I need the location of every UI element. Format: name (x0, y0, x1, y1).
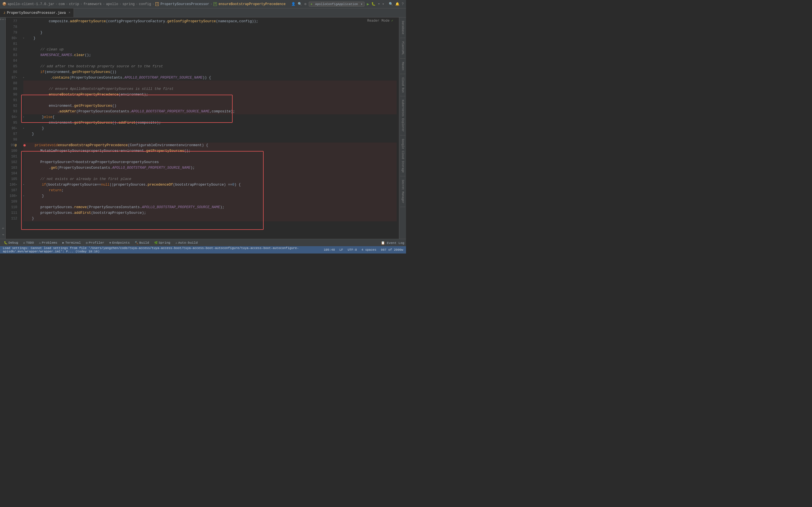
breadcrumb-spring[interactable]: spring (122, 2, 135, 6)
line-number-85: 85 (7, 64, 19, 69)
favorites-icon[interactable]: F (1, 232, 4, 237)
sidebar-tab-cloud-run[interactable]: Cloud Run (400, 74, 405, 96)
code-line-111: propertySources.addFirst(bootstrapProper… (23, 210, 397, 216)
debug-label: Debug (8, 241, 18, 244)
code-lines: composite.addPropertySource(configProper… (21, 18, 399, 239)
editor-area: Reader Mode ✓ 77787980 ▾81828384858687 ▾… (6, 17, 399, 239)
breadcrumb-ctrip[interactable]: ctrip (69, 2, 79, 6)
help-icon[interactable]: ? (402, 2, 404, 6)
problems-label: Problems (42, 241, 57, 244)
breadcrumb-class[interactable]: I PropertySourcesProcessor (155, 2, 209, 6)
build-icon: 🔨 (135, 241, 138, 244)
method-icon: M (213, 2, 217, 6)
breadcrumb-com[interactable]: com (59, 2, 65, 6)
code-line-87: ▾ .contains(PropertySourcesConstants.APO… (23, 75, 397, 80)
sidebar-tab-plantuml[interactable]: PlantUML (400, 38, 405, 59)
line-number-87: 87 ▾ (7, 75, 19, 80)
line-number-78: 78 (7, 24, 19, 30)
code-line-103: .get(PropertySourcesConstants.APOLLO_BOO… (23, 165, 397, 171)
notifications-icon[interactable]: 🔔 (395, 2, 400, 6)
sidebar-tab-database[interactable]: Database (400, 17, 405, 38)
line-number-86: 86 (7, 69, 19, 75)
line-number-95: 95 (7, 120, 19, 126)
sidebar-tab-gcs[interactable]: Google Cloud Storage (400, 135, 405, 176)
todo-toolbar-btn[interactable]: ☑ TODO (21, 240, 36, 245)
line-count: 987 of 2000w (381, 248, 403, 251)
build-toolbar-btn[interactable]: 🔨 Build (133, 240, 151, 245)
spring-toolbar-btn[interactable]: 🌿 Spring (152, 240, 172, 245)
structure-icon[interactable]: S (1, 226, 4, 230)
fold-arrow[interactable]: ▾ (23, 182, 24, 187)
breadcrumb-method[interactable]: M ensureBootstrapPropertyPrecedence (213, 2, 286, 6)
search-icon[interactable]: 🔍 (298, 2, 302, 6)
debug-button[interactable]: 🐛 (371, 2, 375, 6)
line-number-83: 83 (7, 52, 19, 58)
code-line-96: ▾ } (23, 126, 397, 131)
line-number-110: 110 (7, 205, 19, 210)
line-number-98: 98 (7, 137, 19, 143)
line-number-84: 84 (7, 58, 19, 64)
code-line-77: composite.addPropertySource(configProper… (23, 18, 397, 24)
breadcrumb-config[interactable]: config (139, 2, 151, 6)
code-line-104 (23, 171, 397, 176)
search-everywhere-icon[interactable]: 🔍 (389, 2, 393, 6)
debug-toolbar-btn[interactable]: 🐛 Debug (2, 240, 20, 245)
fold-arrow[interactable]: ▾ (23, 126, 24, 131)
line-number-100: 100 (7, 148, 19, 154)
line-number-81: 81 (7, 41, 19, 47)
line-number-91: 91 (7, 98, 19, 103)
code-line-89: // ensure ApolloBootstrapPropertySources… (23, 86, 397, 92)
debug-icon: 🐛 (4, 241, 7, 244)
code-line-107: return; (23, 187, 397, 193)
line-ending: LF (340, 248, 343, 251)
fold-arrow[interactable]: ▾ (23, 193, 24, 199)
run-button[interactable]: ▶ (367, 2, 369, 6)
code-line-112: } (23, 216, 397, 221)
profiler-label: Profiler (89, 241, 104, 244)
java-file-icon: J (3, 11, 5, 15)
tab-bar: J PropertySourcesProcessor.java × (0, 8, 406, 17)
code-line-108: ▾ } (23, 193, 397, 199)
problems-toolbar-btn[interactable]: ⚠ Problems (37, 240, 59, 245)
top-nav: 📦 apollo-client-1.7.0.jar › com › ctrip … (0, 0, 406, 8)
fold-arrow[interactable]: ▾ (23, 75, 24, 80)
right-sidebar: Database PlantUML Maven Cloud Run Kubern… (399, 17, 406, 239)
code-line-101 (23, 154, 397, 159)
encoding: UTF-8 (348, 248, 357, 251)
settings-icon[interactable]: ⚙ (304, 2, 306, 6)
event-log-btn[interactable]: 📋 Event Log (381, 241, 404, 245)
class-icon: I (155, 2, 159, 6)
vcs-icon[interactable]: 👤 (291, 2, 296, 6)
more-run-options[interactable]: ▾ (382, 2, 384, 6)
event-log-icon: 📋 (381, 241, 385, 245)
terminal-toolbar-btn[interactable]: ▶ Terminal (60, 240, 83, 245)
sidebar-tab-maven[interactable]: Maven (400, 59, 405, 74)
breadcrumb-apollo[interactable]: apollo (106, 2, 118, 6)
sidebar-tab-kubernetes[interactable]: Kubernetes Explorer (400, 96, 405, 135)
breakpoint-marker[interactable] (23, 144, 26, 147)
line-number-89: 89 (7, 86, 19, 92)
breadcrumb-jar[interactable]: 📦 apollo-client-1.7.0.jar (2, 2, 54, 6)
autobuild-toolbar-btn[interactable]: ⚠ Auto-build (173, 240, 200, 245)
code-line-86: if (environment.getPropertySources()) (23, 69, 397, 75)
line-number-111: 111 (7, 210, 19, 216)
indent-info: 4 spaces (361, 248, 376, 251)
todo-icon: ☑ (23, 241, 25, 244)
code-line-105: // not exists or already in the first pl… (23, 176, 397, 182)
coverage-button[interactable]: ☂ (378, 2, 380, 6)
fold-arrow[interactable]: ▾ (23, 114, 24, 120)
breadcrumb-framework[interactable]: framework (84, 2, 102, 6)
tab-close-button[interactable]: × (68, 11, 70, 14)
autobuild-icon: ⚠ (175, 241, 177, 244)
code-line-85: // add after the bootstrap property sour… (23, 64, 397, 69)
tab-property-sources-processor[interactable]: J PropertySourcesProcessor.java × (0, 8, 74, 17)
endpoints-toolbar-btn[interactable]: ⊕ Endpoints (107, 240, 132, 245)
line-number-97: 97 (7, 131, 19, 137)
status-right: 105:48 LF UTF-8 4 spaces 987 of 2000w (324, 248, 403, 251)
line-number-103: 103 (7, 165, 19, 171)
config-selector[interactable]: ● ApolloConfigApplication ▾ (309, 2, 364, 6)
profiler-toolbar-btn[interactable]: ◎ Profiler (84, 240, 107, 245)
sidebar-tab-secret-manager[interactable]: Secret Manager (400, 176, 405, 207)
fold-arrow[interactable]: ▾ (23, 36, 24, 41)
profiler-icon: ◎ (86, 241, 88, 244)
